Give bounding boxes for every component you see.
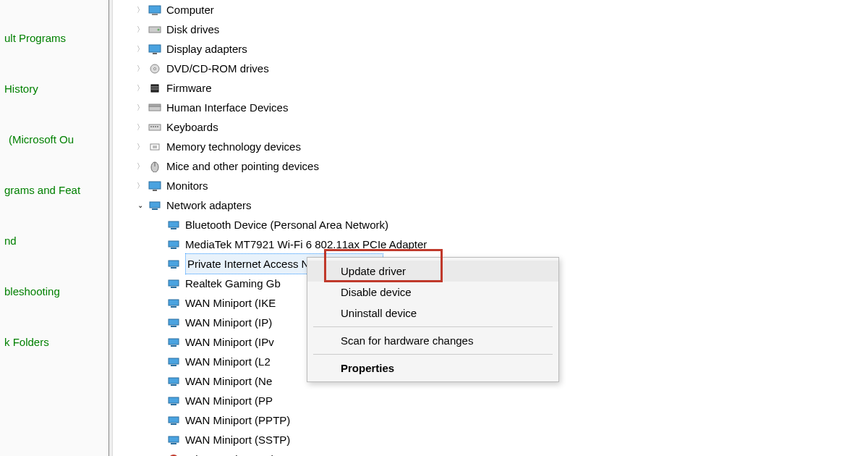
sidebar-link[interactable]: bleshooting <box>0 282 109 300</box>
svg-rect-46 <box>169 417 179 423</box>
tree-label: Network adapters <box>166 195 252 215</box>
tree-label: WAN Miniport (IP) <box>185 313 272 332</box>
sidebar-link[interactable]: ult Programs <box>0 29 109 47</box>
svg-rect-22 <box>149 182 161 189</box>
svg-rect-17 <box>157 126 158 127</box>
tree-category[interactable]: 〉 Disk drives <box>123 20 868 39</box>
dvd-icon <box>148 63 162 75</box>
svg-rect-47 <box>171 423 176 425</box>
tree-label: WAN Miniport (Ne <box>185 371 272 391</box>
svg-rect-1 <box>152 14 158 15</box>
svg-rect-31 <box>171 267 176 269</box>
network-adapter-icon <box>166 415 181 426</box>
sidebar-link[interactable]: nd <box>0 232 109 250</box>
tree-label: Computer <box>166 0 214 20</box>
menu-uninstall-device[interactable]: Uninstall device <box>307 303 558 324</box>
svg-rect-36 <box>169 319 179 325</box>
svg-rect-41 <box>171 365 176 366</box>
network-adapter-icon <box>166 376 181 387</box>
svg-rect-4 <box>149 45 161 52</box>
tree-label: MediaTek MT7921 Wi-Fi 6 802.11ax PCIe Ad… <box>185 235 427 254</box>
network-icon <box>148 200 162 211</box>
sidebar-link[interactable]: grams and Feat <box>0 181 109 199</box>
chevron-right-icon: 〉 <box>135 83 146 94</box>
svg-rect-49 <box>171 443 176 444</box>
chevron-right-icon: 〉 <box>135 4 146 16</box>
tree-label: WAN Miniport (IPv <box>185 332 274 352</box>
svg-rect-12 <box>149 104 161 106</box>
tree-item[interactable]: WAN Miniport (PPTP) <box>123 410 868 430</box>
tree-category-network[interactable]: ⌄ Network adapters <box>123 195 868 215</box>
tree-category[interactable]: 〉 Human Interface Devices <box>123 98 868 117</box>
tree-category[interactable]: 〉 Memory technology devices <box>123 137 868 156</box>
svg-rect-5 <box>153 53 157 54</box>
firmware-icon <box>148 83 162 94</box>
tree-category[interactable]: 〉 Firmware <box>123 78 868 98</box>
menu-disable-device[interactable]: Disable device <box>307 282 558 303</box>
tree-label: Human Interface Devices <box>166 98 288 117</box>
svg-rect-30 <box>169 261 179 266</box>
svg-rect-37 <box>171 326 176 327</box>
menu-scan-hardware[interactable]: Scan for hardware changes <box>307 330 558 351</box>
svg-rect-25 <box>152 208 158 210</box>
tree-category[interactable]: 〉 Keyboards <box>123 117 868 137</box>
menu-update-driver[interactable]: Update driver <box>307 261 558 282</box>
tree-category[interactable]: 〉 DVD/CD-ROM drives <box>123 59 868 78</box>
svg-rect-19 <box>153 145 157 148</box>
network-adapter-icon <box>166 317 181 329</box>
menu-properties[interactable]: Properties <box>307 358 558 379</box>
tree-item[interactable]: WAN Miniport (PP <box>123 391 868 410</box>
menu-separator <box>313 326 553 327</box>
left-panel: ult Programs History (Microsoft Ou grams… <box>0 0 109 456</box>
svg-rect-35 <box>171 306 176 308</box>
tree-category[interactable]: 〉 Computer <box>123 0 868 20</box>
tree-item[interactable]: WireGuard Tunnel <box>123 449 868 456</box>
svg-rect-38 <box>169 339 179 345</box>
monitor-icon <box>148 180 162 192</box>
disk-icon <box>148 24 162 35</box>
memory-icon <box>148 141 162 153</box>
tree-label: Mice and other pointing devices <box>166 156 319 176</box>
tree-label: Realtek Gaming Gb <box>185 274 281 293</box>
tree-category[interactable]: 〉 Mice and other pointing devices <box>123 156 868 176</box>
sidebar-link[interactable]: (Microsoft Ou <box>0 130 109 148</box>
tree-label: Display adapters <box>166 39 247 59</box>
tree-label: WAN Miniport (PP <box>185 391 273 410</box>
svg-rect-0 <box>149 6 161 13</box>
svg-rect-24 <box>150 202 160 208</box>
tree-label: Keyboards <box>166 117 218 137</box>
svg-rect-48 <box>169 436 179 442</box>
display-icon <box>148 43 162 55</box>
chevron-right-icon: 〉 <box>135 102 146 114</box>
svg-rect-28 <box>169 241 179 247</box>
chevron-right-icon: 〉 <box>135 24 146 35</box>
svg-rect-8 <box>151 85 158 92</box>
sidebar-link[interactable]: k Folders <box>0 333 109 351</box>
tree-label: WAN Miniport (PPTP) <box>185 410 290 430</box>
tree-category[interactable]: 〉 Display adapters <box>123 39 868 59</box>
svg-rect-15 <box>153 126 154 127</box>
svg-rect-45 <box>171 404 176 405</box>
svg-rect-23 <box>153 190 157 191</box>
context-menu: Update driver Disable device Uninstall d… <box>307 257 559 382</box>
network-adapter-icon <box>166 297 181 309</box>
sidebar-link[interactable]: History <box>0 80 109 98</box>
panel-divider[interactable] <box>109 0 113 456</box>
tree-label: WAN Miniport (IKE <box>185 293 276 313</box>
tree-item[interactable]: WAN Miniport (SSTP) <box>123 430 868 449</box>
chevron-right-icon: 〉 <box>135 122 146 133</box>
network-adapter-icon <box>166 356 181 368</box>
keyboard-icon <box>148 122 162 133</box>
tree-label: WireGuard Tunnel <box>185 449 273 456</box>
svg-rect-44 <box>169 397 179 403</box>
chevron-down-icon: ⌄ <box>135 200 146 211</box>
network-adapter-icon <box>166 395 181 407</box>
network-adapter-icon <box>166 258 181 270</box>
tree-item[interactable]: Bluetooth Device (Personal Area Network) <box>123 215 868 235</box>
wireguard-icon <box>166 454 181 457</box>
tree-label: Firmware <box>166 78 212 98</box>
tree-label: WAN Miniport (L2 <box>185 352 271 371</box>
tree-category[interactable]: 〉 Monitors <box>123 176 868 195</box>
svg-rect-11 <box>149 106 161 111</box>
tree-item[interactable]: MediaTek MT7921 Wi-Fi 6 802.11ax PCIe Ad… <box>123 235 868 254</box>
